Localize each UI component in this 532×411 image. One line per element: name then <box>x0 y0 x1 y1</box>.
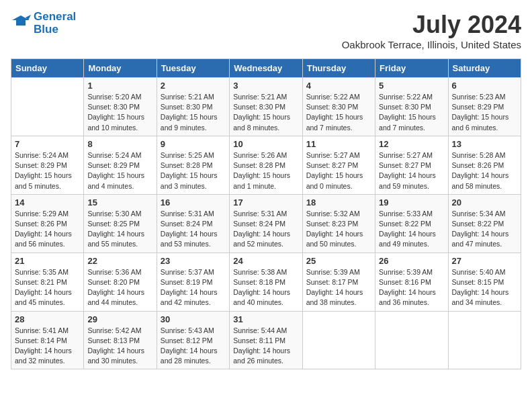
cell-detail: Daylight: 15 hours and 7 minutes. <box>379 112 444 132</box>
calendar-cell: 30Sunrise: 5:43 AMSunset: 8:12 PMDayligh… <box>157 311 229 369</box>
day-number: 2 <box>161 81 226 91</box>
cell-detail: Daylight: 14 hours and 26 minutes. <box>233 346 298 366</box>
calendar-cell: 6Sunrise: 5:23 AMSunset: 8:29 PMDaylight… <box>448 78 521 136</box>
cell-detail: Daylight: 14 hours and 50 minutes. <box>306 229 371 249</box>
day-number: 21 <box>15 256 80 266</box>
cell-info: Sunrise: 5:44 AMSunset: 8:11 PMDaylight:… <box>233 326 298 367</box>
col-header-wednesday: Wednesday <box>230 59 302 78</box>
cell-detail: Sunset: 8:28 PM <box>161 161 226 171</box>
cell-detail: Sunrise: 5:31 AM <box>233 209 298 219</box>
day-number: 27 <box>452 256 517 266</box>
day-number: 5 <box>379 81 444 91</box>
cell-detail: Daylight: 14 hours and 44 minutes. <box>87 287 152 308</box>
col-header-thursday: Thursday <box>302 59 375 78</box>
calendar-cell <box>302 311 375 369</box>
cell-detail: Sunrise: 5:22 AM <box>379 92 444 102</box>
cell-info: Sunrise: 5:37 AMSunset: 8:19 PMDaylight:… <box>161 267 226 308</box>
cell-detail: Daylight: 14 hours and 56 minutes. <box>15 229 80 249</box>
cell-detail: Sunrise: 5:26 AM <box>233 150 298 161</box>
cell-detail: Sunset: 8:29 PM <box>452 102 517 112</box>
cell-detail: Sunrise: 5:39 AM <box>306 267 371 277</box>
calendar-cell <box>375 311 448 369</box>
week-row-2: 7Sunrise: 5:24 AMSunset: 8:29 PMDaylight… <box>11 136 521 194</box>
cell-detail: Daylight: 15 hours and 6 minutes. <box>452 112 517 132</box>
cell-detail: Sunrise: 5:44 AM <box>233 326 298 336</box>
cell-detail: Daylight: 15 hours and 5 minutes. <box>15 171 80 191</box>
cell-detail: Sunrise: 5:37 AM <box>161 267 226 277</box>
calendar-cell: 21Sunrise: 5:35 AMSunset: 8:21 PMDayligh… <box>11 253 84 311</box>
cell-detail: Daylight: 14 hours and 59 minutes. <box>379 171 444 191</box>
cell-detail: Daylight: 14 hours and 47 minutes. <box>452 229 517 249</box>
day-number: 22 <box>87 256 152 266</box>
cell-detail: Sunrise: 5:21 AM <box>161 92 226 102</box>
cell-detail: Daylight: 14 hours and 58 minutes. <box>452 171 517 191</box>
cell-info: Sunrise: 5:31 AMSunset: 8:24 PMDaylight:… <box>233 209 298 250</box>
cell-detail: Sunrise: 5:23 AM <box>452 92 517 102</box>
calendar-cell: 1Sunrise: 5:20 AMSunset: 8:30 PMDaylight… <box>84 78 157 136</box>
cell-detail: Sunrise: 5:27 AM <box>379 150 444 161</box>
day-number: 28 <box>15 314 80 324</box>
calendar-cell: 4Sunrise: 5:22 AMSunset: 8:30 PMDaylight… <box>302 78 375 136</box>
day-number: 3 <box>233 81 298 91</box>
day-number: 1 <box>87 81 152 91</box>
calendar-cell: 25Sunrise: 5:39 AMSunset: 8:17 PMDayligh… <box>302 253 375 311</box>
day-number: 15 <box>87 197 152 208</box>
cell-detail: Daylight: 14 hours and 34 minutes. <box>452 287 517 308</box>
cell-detail: Sunset: 8:30 PM <box>306 102 371 112</box>
cell-detail: Daylight: 15 hours and 0 minutes. <box>306 171 371 191</box>
cell-info: Sunrise: 5:23 AMSunset: 8:29 PMDaylight:… <box>452 92 517 133</box>
cell-detail: Daylight: 15 hours and 3 minutes. <box>161 171 226 191</box>
cell-detail: Sunset: 8:17 PM <box>306 277 371 287</box>
cell-info: Sunrise: 5:35 AMSunset: 8:21 PMDaylight:… <box>15 267 80 308</box>
col-header-friday: Friday <box>375 59 448 78</box>
cell-detail: Sunset: 8:26 PM <box>452 161 517 171</box>
cell-detail: Sunrise: 5:28 AM <box>452 150 517 161</box>
day-number: 12 <box>379 139 444 149</box>
cell-info: Sunrise: 5:39 AMSunset: 8:17 PMDaylight:… <box>306 267 371 308</box>
cell-info: Sunrise: 5:26 AMSunset: 8:28 PMDaylight:… <box>233 150 298 191</box>
day-number: 17 <box>233 197 298 208</box>
day-number: 31 <box>233 314 298 324</box>
cell-info: Sunrise: 5:22 AMSunset: 8:30 PMDaylight:… <box>306 92 371 133</box>
cell-detail: Sunset: 8:23 PM <box>306 219 371 229</box>
calendar-cell: 24Sunrise: 5:38 AMSunset: 8:18 PMDayligh… <box>230 253 302 311</box>
calendar-cell: 12Sunrise: 5:27 AMSunset: 8:27 PMDayligh… <box>375 136 448 194</box>
cell-detail: Daylight: 14 hours and 45 minutes. <box>15 287 80 308</box>
day-number: 4 <box>306 81 371 91</box>
calendar-cell <box>448 311 521 369</box>
cell-detail: Sunset: 8:30 PM <box>379 102 444 112</box>
cell-detail: Sunset: 8:14 PM <box>15 336 80 346</box>
cell-detail: Daylight: 15 hours and 10 minutes. <box>87 112 152 132</box>
cell-detail: Daylight: 15 hours and 9 minutes. <box>161 112 226 132</box>
cell-info: Sunrise: 5:25 AMSunset: 8:28 PMDaylight:… <box>161 150 226 191</box>
calendar-cell: 7Sunrise: 5:24 AMSunset: 8:29 PMDaylight… <box>11 136 84 194</box>
col-header-monday: Monday <box>84 59 157 78</box>
calendar-cell: 17Sunrise: 5:31 AMSunset: 8:24 PMDayligh… <box>230 194 302 253</box>
cell-info: Sunrise: 5:21 AMSunset: 8:30 PMDaylight:… <box>161 92 226 133</box>
calendar-cell: 13Sunrise: 5:28 AMSunset: 8:26 PMDayligh… <box>448 136 521 194</box>
day-number: 8 <box>87 139 152 149</box>
cell-info: Sunrise: 5:22 AMSunset: 8:30 PMDaylight:… <box>379 92 444 133</box>
cell-detail: Daylight: 15 hours and 1 minute. <box>233 171 298 191</box>
cell-detail: Daylight: 14 hours and 49 minutes. <box>379 229 444 249</box>
calendar-cell: 23Sunrise: 5:37 AMSunset: 8:19 PMDayligh… <box>157 253 229 311</box>
cell-detail: Daylight: 14 hours and 52 minutes. <box>233 229 298 249</box>
cell-detail: Daylight: 15 hours and 7 minutes. <box>306 112 371 132</box>
calendar-cell: 20Sunrise: 5:34 AMSunset: 8:22 PMDayligh… <box>448 194 521 253</box>
cell-info: Sunrise: 5:36 AMSunset: 8:20 PMDaylight:… <box>87 267 152 308</box>
day-number: 14 <box>15 197 80 208</box>
cell-info: Sunrise: 5:28 AMSunset: 8:26 PMDaylight:… <box>452 150 517 191</box>
cell-detail: Daylight: 14 hours and 30 minutes. <box>87 346 152 366</box>
cell-detail: Sunset: 8:30 PM <box>87 102 152 112</box>
cell-info: Sunrise: 5:24 AMSunset: 8:29 PMDaylight:… <box>87 150 152 191</box>
calendar-cell: 9Sunrise: 5:25 AMSunset: 8:28 PMDaylight… <box>157 136 229 194</box>
cell-detail: Daylight: 14 hours and 40 minutes. <box>233 287 298 308</box>
day-number: 20 <box>452 197 517 208</box>
cell-detail: Sunrise: 5:39 AM <box>379 267 444 277</box>
calendar-cell: 3Sunrise: 5:21 AMSunset: 8:30 PMDaylight… <box>230 78 302 136</box>
cell-detail: Sunrise: 5:41 AM <box>15 326 80 336</box>
day-number: 16 <box>161 197 226 208</box>
calendar-cell: 22Sunrise: 5:36 AMSunset: 8:20 PMDayligh… <box>84 253 157 311</box>
cell-info: Sunrise: 5:29 AMSunset: 8:26 PMDaylight:… <box>15 209 80 250</box>
calendar-cell: 14Sunrise: 5:29 AMSunset: 8:26 PMDayligh… <box>11 194 84 253</box>
